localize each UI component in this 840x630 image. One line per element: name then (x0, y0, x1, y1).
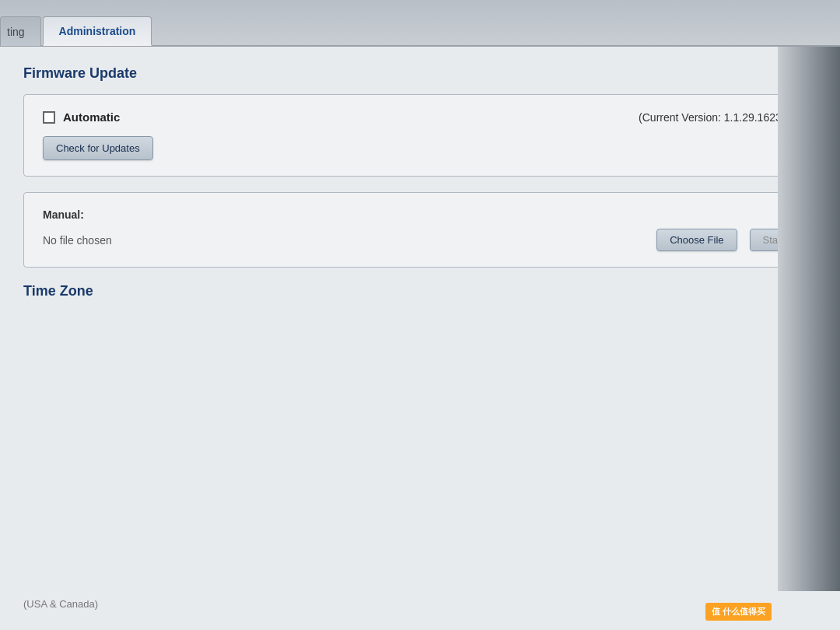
manual-card: Manual: No file chosen Choose File Start (23, 192, 817, 268)
tab-partial-label: ting (7, 26, 25, 38)
manual-label: Manual: (43, 208, 797, 221)
no-file-text: No file chosen (43, 234, 644, 247)
main-content: Firmware Update Automatic (Current Versi… (0, 47, 840, 591)
page-wrapper: ting Administration Firmware Update Auto… (0, 0, 840, 630)
tab-administration-label: Administration (59, 25, 136, 37)
tab-administration[interactable]: Administration (43, 16, 152, 46)
automatic-checkbox[interactable] (43, 111, 55, 124)
automatic-card: Automatic (Current Version: 1.1.29.16235… (23, 94, 817, 177)
tab-bar: ting Administration (0, 0, 840, 47)
firmware-update-title: Firmware Update (23, 65, 817, 82)
bottom-partial-text: (USA & Canada) (23, 598, 98, 610)
time-zone-title: Time Zone (23, 283, 817, 299)
tab-partial[interactable]: ting (0, 16, 41, 46)
automatic-left: Automatic (43, 110, 120, 124)
manual-row: No file chosen Choose File Start (43, 229, 797, 251)
automatic-row: Automatic (Current Version: 1.1.29.16235… (43, 110, 797, 124)
watermark-badge: 值 什么值得买 (705, 603, 772, 621)
check-updates-button[interactable]: Check for Updates (43, 136, 153, 160)
automatic-label: Automatic (63, 110, 120, 124)
right-dark-edge (778, 0, 840, 630)
choose-file-button[interactable]: Choose File (656, 229, 737, 251)
current-version-text: (Current Version: 1.1.29.162351) (639, 111, 797, 124)
